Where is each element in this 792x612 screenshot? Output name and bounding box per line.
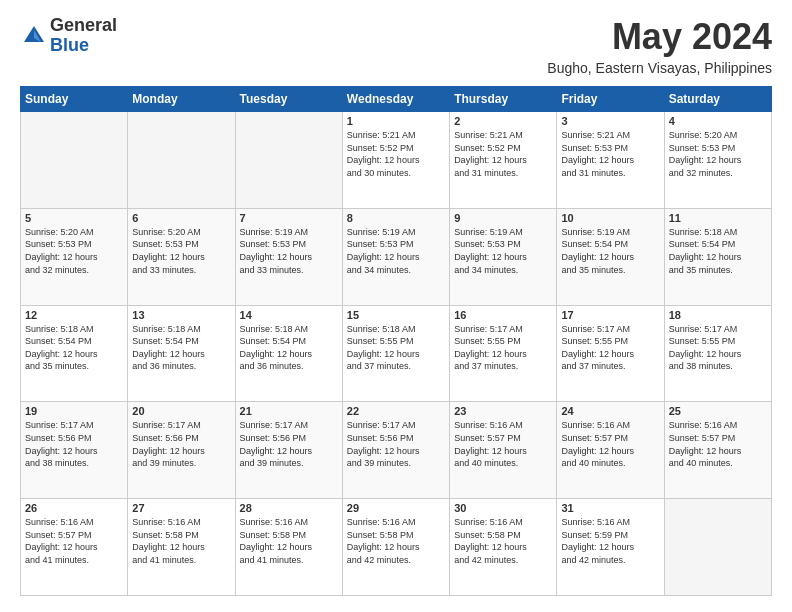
day-number: 4 <box>669 115 767 127</box>
day-cell: 19Sunrise: 5:17 AM Sunset: 5:56 PM Dayli… <box>21 402 128 499</box>
day-info: Sunrise: 5:21 AM Sunset: 5:53 PM Dayligh… <box>561 129 659 179</box>
header-cell-monday: Monday <box>128 87 235 112</box>
week-row-1: 1Sunrise: 5:21 AM Sunset: 5:52 PM Daylig… <box>21 112 772 209</box>
day-number: 26 <box>25 502 123 514</box>
day-number: 19 <box>25 405 123 417</box>
day-info: Sunrise: 5:18 AM Sunset: 5:54 PM Dayligh… <box>25 323 123 373</box>
day-info: Sunrise: 5:17 AM Sunset: 5:55 PM Dayligh… <box>669 323 767 373</box>
day-number: 18 <box>669 309 767 321</box>
day-number: 22 <box>347 405 445 417</box>
day-cell: 7Sunrise: 5:19 AM Sunset: 5:53 PM Daylig… <box>235 208 342 305</box>
day-cell: 14Sunrise: 5:18 AM Sunset: 5:54 PM Dayli… <box>235 305 342 402</box>
day-info: Sunrise: 5:16 AM Sunset: 5:58 PM Dayligh… <box>347 516 445 566</box>
day-number: 13 <box>132 309 230 321</box>
day-info: Sunrise: 5:17 AM Sunset: 5:56 PM Dayligh… <box>25 419 123 469</box>
day-info: Sunrise: 5:16 AM Sunset: 5:58 PM Dayligh… <box>454 516 552 566</box>
day-number: 16 <box>454 309 552 321</box>
day-cell: 21Sunrise: 5:17 AM Sunset: 5:56 PM Dayli… <box>235 402 342 499</box>
day-cell <box>128 112 235 209</box>
page: General Blue May 2024 Bugho, Eastern Vis… <box>0 0 792 612</box>
day-info: Sunrise: 5:16 AM Sunset: 5:58 PM Dayligh… <box>240 516 338 566</box>
day-number: 30 <box>454 502 552 514</box>
day-number: 12 <box>25 309 123 321</box>
day-number: 29 <box>347 502 445 514</box>
day-number: 10 <box>561 212 659 224</box>
day-cell: 1Sunrise: 5:21 AM Sunset: 5:52 PM Daylig… <box>342 112 449 209</box>
day-info: Sunrise: 5:16 AM Sunset: 5:57 PM Dayligh… <box>25 516 123 566</box>
logo-general: General <box>50 16 117 36</box>
day-info: Sunrise: 5:19 AM Sunset: 5:53 PM Dayligh… <box>240 226 338 276</box>
day-number: 17 <box>561 309 659 321</box>
day-cell: 27Sunrise: 5:16 AM Sunset: 5:58 PM Dayli… <box>128 499 235 596</box>
day-cell: 23Sunrise: 5:16 AM Sunset: 5:57 PM Dayli… <box>450 402 557 499</box>
logo-icon <box>20 22 48 50</box>
day-cell: 2Sunrise: 5:21 AM Sunset: 5:52 PM Daylig… <box>450 112 557 209</box>
logo: General Blue <box>20 16 117 56</box>
week-row-2: 5Sunrise: 5:20 AM Sunset: 5:53 PM Daylig… <box>21 208 772 305</box>
day-number: 2 <box>454 115 552 127</box>
day-info: Sunrise: 5:17 AM Sunset: 5:56 PM Dayligh… <box>132 419 230 469</box>
day-info: Sunrise: 5:21 AM Sunset: 5:52 PM Dayligh… <box>347 129 445 179</box>
day-number: 24 <box>561 405 659 417</box>
header: General Blue May 2024 Bugho, Eastern Vis… <box>20 16 772 76</box>
day-cell: 6Sunrise: 5:20 AM Sunset: 5:53 PM Daylig… <box>128 208 235 305</box>
header-cell-tuesday: Tuesday <box>235 87 342 112</box>
day-cell: 11Sunrise: 5:18 AM Sunset: 5:54 PM Dayli… <box>664 208 771 305</box>
day-cell: 4Sunrise: 5:20 AM Sunset: 5:53 PM Daylig… <box>664 112 771 209</box>
day-number: 31 <box>561 502 659 514</box>
header-row: SundayMondayTuesdayWednesdayThursdayFrid… <box>21 87 772 112</box>
day-info: Sunrise: 5:16 AM Sunset: 5:57 PM Dayligh… <box>454 419 552 469</box>
week-row-5: 26Sunrise: 5:16 AM Sunset: 5:57 PM Dayli… <box>21 499 772 596</box>
day-cell: 9Sunrise: 5:19 AM Sunset: 5:53 PM Daylig… <box>450 208 557 305</box>
day-info: Sunrise: 5:20 AM Sunset: 5:53 PM Dayligh… <box>25 226 123 276</box>
week-row-4: 19Sunrise: 5:17 AM Sunset: 5:56 PM Dayli… <box>21 402 772 499</box>
day-cell: 31Sunrise: 5:16 AM Sunset: 5:59 PM Dayli… <box>557 499 664 596</box>
day-info: Sunrise: 5:16 AM Sunset: 5:57 PM Dayligh… <box>561 419 659 469</box>
header-cell-sunday: Sunday <box>21 87 128 112</box>
day-cell: 15Sunrise: 5:18 AM Sunset: 5:55 PM Dayli… <box>342 305 449 402</box>
day-number: 28 <box>240 502 338 514</box>
day-cell: 10Sunrise: 5:19 AM Sunset: 5:54 PM Dayli… <box>557 208 664 305</box>
day-number: 7 <box>240 212 338 224</box>
day-info: Sunrise: 5:16 AM Sunset: 5:59 PM Dayligh… <box>561 516 659 566</box>
day-cell: 17Sunrise: 5:17 AM Sunset: 5:55 PM Dayli… <box>557 305 664 402</box>
day-info: Sunrise: 5:19 AM Sunset: 5:54 PM Dayligh… <box>561 226 659 276</box>
header-cell-thursday: Thursday <box>450 87 557 112</box>
header-cell-wednesday: Wednesday <box>342 87 449 112</box>
day-info: Sunrise: 5:16 AM Sunset: 5:57 PM Dayligh… <box>669 419 767 469</box>
day-cell: 29Sunrise: 5:16 AM Sunset: 5:58 PM Dayli… <box>342 499 449 596</box>
day-info: Sunrise: 5:16 AM Sunset: 5:58 PM Dayligh… <box>132 516 230 566</box>
day-cell: 13Sunrise: 5:18 AM Sunset: 5:54 PM Dayli… <box>128 305 235 402</box>
day-info: Sunrise: 5:20 AM Sunset: 5:53 PM Dayligh… <box>132 226 230 276</box>
day-number: 11 <box>669 212 767 224</box>
day-cell: 8Sunrise: 5:19 AM Sunset: 5:53 PM Daylig… <box>342 208 449 305</box>
day-cell: 16Sunrise: 5:17 AM Sunset: 5:55 PM Dayli… <box>450 305 557 402</box>
calendar-table: SundayMondayTuesdayWednesdayThursdayFrid… <box>20 86 772 596</box>
day-number: 8 <box>347 212 445 224</box>
day-number: 1 <box>347 115 445 127</box>
calendar-title: May 2024 <box>547 16 772 58</box>
title-area: May 2024 Bugho, Eastern Visayas, Philipp… <box>547 16 772 76</box>
day-cell: 26Sunrise: 5:16 AM Sunset: 5:57 PM Dayli… <box>21 499 128 596</box>
day-number: 6 <box>132 212 230 224</box>
day-cell: 18Sunrise: 5:17 AM Sunset: 5:55 PM Dayli… <box>664 305 771 402</box>
day-cell: 20Sunrise: 5:17 AM Sunset: 5:56 PM Dayli… <box>128 402 235 499</box>
day-number: 5 <box>25 212 123 224</box>
day-info: Sunrise: 5:18 AM Sunset: 5:54 PM Dayligh… <box>240 323 338 373</box>
day-cell <box>235 112 342 209</box>
day-info: Sunrise: 5:19 AM Sunset: 5:53 PM Dayligh… <box>454 226 552 276</box>
day-number: 14 <box>240 309 338 321</box>
day-info: Sunrise: 5:18 AM Sunset: 5:54 PM Dayligh… <box>132 323 230 373</box>
day-cell: 28Sunrise: 5:16 AM Sunset: 5:58 PM Dayli… <box>235 499 342 596</box>
day-cell <box>21 112 128 209</box>
day-cell: 22Sunrise: 5:17 AM Sunset: 5:56 PM Dayli… <box>342 402 449 499</box>
logo-blue: Blue <box>50 36 117 56</box>
day-number: 21 <box>240 405 338 417</box>
day-info: Sunrise: 5:18 AM Sunset: 5:55 PM Dayligh… <box>347 323 445 373</box>
logo-text: General Blue <box>50 16 117 56</box>
calendar-subtitle: Bugho, Eastern Visayas, Philippines <box>547 60 772 76</box>
day-cell: 25Sunrise: 5:16 AM Sunset: 5:57 PM Dayli… <box>664 402 771 499</box>
day-number: 3 <box>561 115 659 127</box>
day-info: Sunrise: 5:18 AM Sunset: 5:54 PM Dayligh… <box>669 226 767 276</box>
day-cell: 12Sunrise: 5:18 AM Sunset: 5:54 PM Dayli… <box>21 305 128 402</box>
